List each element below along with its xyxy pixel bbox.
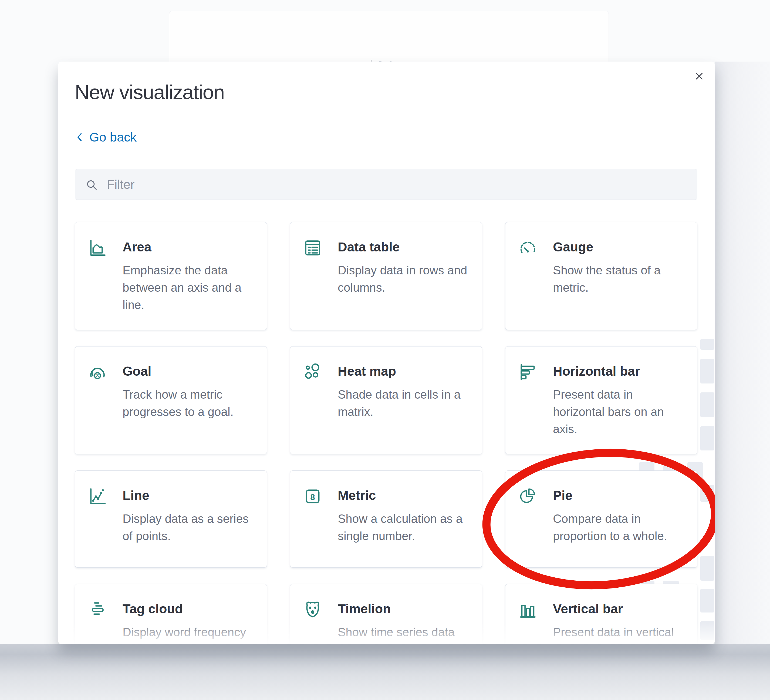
- viz-card-description: Compare data in proportion to a whole.: [553, 510, 667, 545]
- viz-card-area[interactable]: AreaEmphasize the data between an axis a…: [75, 222, 267, 330]
- goal-icon: 8: [87, 362, 107, 382]
- viz-card-data-table[interactable]: Data tableDisplay data in rows and colum…: [290, 222, 482, 330]
- viz-card-horizontal-bar[interactable]: Horizontal barPresent data in horizontal…: [505, 346, 697, 454]
- filter-input[interactable]: [75, 169, 697, 199]
- viz-card-description: Show time series data on a graph.: [338, 624, 455, 644]
- viz-card-description: Shade data in cells in a matrix.: [338, 386, 461, 420]
- viz-card-heat-map[interactable]: Heat mapShade data in cells in a matrix.: [290, 346, 482, 454]
- viz-card-description: Show the status of a metric.: [553, 262, 661, 296]
- viz-card-timelion[interactable]: TimelionShow time series data on a graph…: [290, 584, 482, 644]
- chevron-left-icon: [75, 132, 84, 143]
- viz-card-description: Present data in horizontal bars on an ax…: [553, 386, 664, 438]
- close-icon[interactable]: [692, 69, 707, 84]
- viz-card-description: Present data in vertical bars on an axis…: [553, 624, 674, 644]
- viz-card-description: Display word frequency with font size.: [123, 624, 246, 644]
- viz-card-title: Data table: [338, 240, 400, 254]
- viz-card-tag-cloud[interactable]: Tag cloudDisplay word frequency with fon…: [75, 584, 267, 644]
- viz-card-title: Vertical bar: [553, 601, 623, 616]
- viz-card-description: Emphasize the data between an axis and a…: [123, 262, 241, 314]
- viz-card-title: Heat map: [338, 364, 396, 379]
- heat-map-icon: [302, 362, 323, 382]
- viz-card-title: Gauge: [553, 240, 593, 254]
- modal-title: New visualization: [75, 81, 224, 104]
- go-back-link[interactable]: Go back: [75, 130, 137, 144]
- viz-card-pie[interactable]: PieCompare data in proportion to a whole…: [505, 470, 697, 568]
- area-icon: [87, 238, 107, 258]
- viz-card-description: Show a calculation as a single number.: [338, 510, 463, 545]
- viz-card-title: Metric: [338, 488, 376, 503]
- viz-card-title: Line: [123, 488, 149, 503]
- line-icon: [87, 486, 107, 506]
- viz-card-title: Timelion: [338, 601, 391, 616]
- backdrop-bottom: [0, 644, 770, 700]
- filter-field: [75, 169, 697, 200]
- viz-card-description: Track how a metric progresses to a goal.: [123, 386, 233, 420]
- viz-card-description: Display data as a series of points.: [123, 510, 249, 545]
- pie-icon: [518, 486, 538, 506]
- viz-card-line[interactable]: LineDisplay data as a series of points.: [75, 470, 267, 568]
- gauge-icon: [518, 238, 538, 258]
- timelion-icon: [302, 600, 323, 620]
- viz-type-grid: AreaEmphasize the data between an axis a…: [75, 222, 697, 644]
- new-visualization-modal: New visualization Go back: [58, 62, 715, 644]
- viz-card-gauge[interactable]: GaugeShow the status of a metric.: [505, 222, 697, 330]
- data-table-icon: [302, 238, 323, 258]
- viz-card-title: Pie: [553, 488, 573, 503]
- viz-card-goal[interactable]: 8GoalTrack how a metric progresses to a …: [75, 346, 267, 454]
- viz-card-title: Tag cloud: [123, 601, 183, 616]
- viz-card-metric[interactable]: 8MetricShow a calculation as a single nu…: [290, 470, 482, 568]
- viz-card-title: Goal: [123, 364, 152, 379]
- go-back-label: Go back: [89, 130, 137, 144]
- vertical-bar-icon: [518, 600, 538, 620]
- background-page-card: [169, 11, 609, 63]
- viz-card-vertical-bar[interactable]: Vertical barPresent data in vertical bar…: [505, 584, 697, 644]
- tag-cloud-icon: [87, 600, 107, 620]
- viz-card-title: Horizontal bar: [553, 364, 640, 379]
- page-background: New visualization Go back: [0, 0, 770, 700]
- metric-icon: 8: [302, 486, 323, 506]
- viz-card-title: Area: [123, 240, 152, 254]
- viz-card-description: Display data in rows and columns.: [338, 262, 467, 296]
- backdrop-right: [715, 62, 770, 644]
- svg-text:8: 8: [96, 373, 99, 378]
- svg-text:8: 8: [310, 493, 315, 502]
- horizontal-bar-icon: [518, 362, 538, 382]
